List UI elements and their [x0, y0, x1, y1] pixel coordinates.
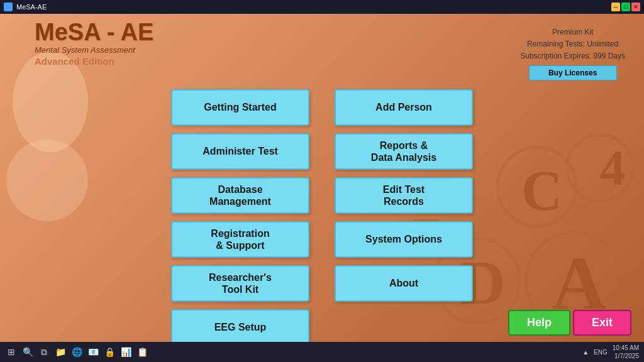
taskbar: ⊞ 🔍 ⧉ 📁 🌐 📧 🔒 📊 📋 ▲ ENG 10:45 AM 1/7/202…	[0, 342, 644, 362]
expiry-label: Subscription Expires: 999 Days	[520, 50, 625, 62]
task-view-icon[interactable]: ⧉	[38, 346, 50, 358]
researcher-toolkit-button[interactable]: Researcher'sTool Kit	[171, 265, 309, 302]
taskbar-app5[interactable]: 📊	[119, 346, 132, 358]
close-button[interactable]: ✕	[631, 3, 640, 11]
taskbar-left: ⊞ 🔍 ⧉ 📁 🌐 📧 🔒 📊 📋	[5, 346, 148, 358]
deco-letter-c: C	[521, 158, 562, 223]
buy-licenses-button[interactable]: Buy Licenses	[529, 65, 617, 80]
logo-subtitle2: Advanced Edition	[35, 56, 173, 67]
action-buttons: Help Exit	[508, 310, 631, 336]
titlebar-controls[interactable]: ─ □ ✕	[611, 3, 640, 11]
registration-support-button[interactable]: Registration& Support	[171, 221, 309, 258]
system-options-button[interactable]: System Options	[335, 221, 473, 258]
taskbar-app4[interactable]: 🔒	[103, 346, 116, 358]
right-button-column: Add Person Reports &Data Analysis Edit T…	[335, 89, 473, 342]
taskbar-app2[interactable]: 🌐	[70, 346, 83, 358]
button-grid: Getting Started Administer Test Database…	[171, 89, 473, 342]
main-area: C 4 A D E MeSA - AE Mental System Assess…	[0, 14, 644, 342]
logo-main-text: MeSA - AE	[35, 20, 173, 44]
deco-oval1	[13, 52, 88, 152]
system-clock: 10:45 AM 1/7/2025	[613, 344, 639, 360]
search-taskbar-icon[interactable]: 🔍	[21, 346, 34, 358]
license-info: Premium Kit Remaining Tests: Unlimited S…	[520, 26, 625, 80]
about-button[interactable]: About	[335, 265, 473, 302]
language-indicator: ENG	[594, 349, 608, 356]
reports-data-analysis-button[interactable]: Reports &Data Analysis	[335, 133, 473, 170]
maximize-button[interactable]: □	[621, 3, 630, 11]
minimize-button[interactable]: ─	[611, 3, 620, 11]
help-button[interactable]: Help	[508, 310, 570, 336]
clock-date: 1/7/2025	[613, 352, 639, 360]
administer-test-button[interactable]: Administer Test	[171, 133, 309, 170]
system-tray-icons: ▲	[582, 349, 589, 356]
add-person-button[interactable]: Add Person	[335, 89, 473, 126]
getting-started-button[interactable]: Getting Started	[171, 89, 309, 126]
remaining-tests-label: Remaining Tests: Unlimited	[520, 38, 625, 50]
deco-oval2	[6, 140, 88, 221]
taskbar-app6[interactable]: 📋	[136, 346, 148, 358]
taskbar-app3[interactable]: 📧	[87, 346, 99, 358]
titlebar-title: MeSA-AE	[16, 3, 47, 11]
app-icon	[4, 3, 13, 11]
exit-button[interactable]: Exit	[573, 310, 631, 336]
left-button-column: Getting Started Administer Test Database…	[171, 89, 309, 342]
logo-subtitle1: Mental System Assessment	[35, 45, 173, 55]
eeg-setup-button[interactable]: EEG Setup	[171, 309, 309, 342]
titlebar: MeSA-AE ─ □ ✕	[0, 0, 644, 14]
deco-letter-4: 4	[600, 140, 625, 197]
taskbar-app1[interactable]: 📁	[54, 346, 67, 358]
app-logo: MeSA - AE Mental System Assessment Advan…	[35, 20, 173, 67]
clock-time: 10:45 AM	[613, 344, 639, 352]
start-button[interactable]: ⊞	[5, 346, 18, 358]
database-management-button[interactable]: DatabaseManagement	[171, 177, 309, 214]
taskbar-right: ▲ ENG 10:45 AM 1/7/2025	[582, 344, 639, 360]
kit-type-label: Premium Kit	[520, 26, 625, 38]
edit-test-records-button[interactable]: Edit TestRecords	[335, 177, 473, 214]
titlebar-left: MeSA-AE	[4, 3, 47, 11]
